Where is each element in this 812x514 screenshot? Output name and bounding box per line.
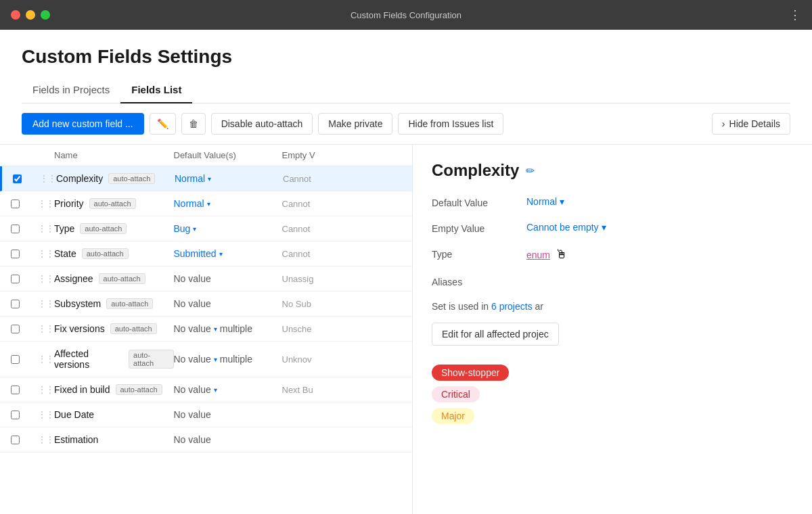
row-default-value: No value [174, 409, 282, 420]
projects-link[interactable]: 6 projects [491, 301, 533, 312]
window-controls [11, 10, 50, 20]
table-row[interactable]: ⋮⋮ Estimation No value [0, 427, 412, 452]
col-default: Default Value(s) [174, 150, 282, 160]
chevron-down-icon: ▾ [207, 200, 210, 208]
tag-major: Major [432, 408, 474, 424]
row-default-value[interactable]: No value ▾ multiple [174, 323, 282, 334]
row-default-value: No value [174, 273, 282, 284]
row-name: Complexity auto-attach [56, 173, 175, 184]
aliases-row: Aliases [432, 275, 793, 287]
detail-panel: Complexity ✏ Default Value Normal ▾ Empt… [413, 145, 812, 514]
chevron-down-icon: ▾ [602, 222, 606, 233]
drag-handle[interactable]: ⋮⋮ [38, 199, 54, 208]
auto-attach-tag: auto-attach [110, 323, 157, 334]
chevron-right-icon: › [722, 118, 725, 129]
hide-details-button[interactable]: › Hide Details [712, 113, 790, 135]
col-drag [38, 150, 54, 160]
chevron-down-icon: ▾ [214, 356, 217, 363]
table-row[interactable]: ⋮⋮ Fixed in build auto-attach No value ▾… [0, 377, 412, 402]
auto-attach-tag: auto-attach [106, 298, 153, 309]
close-button[interactable] [11, 10, 20, 20]
maximize-button[interactable] [41, 10, 50, 20]
auto-attach-tag: auto-attach [89, 198, 136, 209]
detail-title-row: Complexity ✏ [432, 161, 793, 180]
row-empty-value: Cannot [282, 249, 402, 259]
row-default-value[interactable]: Normal ▾ [174, 198, 282, 209]
type-row: Type enum 🖱 [432, 248, 793, 262]
chevron-down-icon: ▾ [219, 250, 223, 258]
table-row[interactable]: ⋮⋮ Complexity auto-attach Normal ▾ Canno… [0, 166, 412, 191]
auto-attach-tag: auto-attach [116, 384, 162, 395]
edit-icon-button[interactable]: ✏️ [150, 113, 176, 135]
delete-icon-button[interactable]: 🗑 [181, 113, 206, 135]
page-header: Custom Fields Settings Fields in Project… [0, 30, 812, 103]
aliases-label: Aliases [432, 275, 526, 287]
drag-handle[interactable]: ⋮⋮ [40, 174, 56, 183]
drag-handle[interactable]: ⋮⋮ [38, 324, 54, 333]
drag-handle[interactable]: ⋮⋮ [38, 354, 54, 364]
edit-title-icon[interactable]: ✏ [526, 164, 535, 177]
table-row[interactable]: ⋮⋮ State auto-attach Submitted ▾ Cannot [0, 241, 412, 266]
chevron-down-icon: ▾ [208, 175, 211, 183]
table-row[interactable]: ⋮⋮ Fix versions auto-attach No value ▾ m… [0, 317, 412, 342]
hide-from-issues-button[interactable]: Hide from Issues list [398, 113, 503, 135]
menu-icon[interactable]: ⋮ [789, 7, 801, 22]
row-default-value[interactable]: No value ▾ [174, 384, 282, 395]
row-default-value[interactable]: Bug ▾ [174, 223, 282, 234]
auto-attach-tag: auto-attach [99, 273, 145, 284]
row-default-value[interactable]: No value ▾ multiple [174, 354, 282, 365]
make-private-button[interactable]: Make private [318, 113, 392, 135]
type-enum-link[interactable]: enum [526, 250, 550, 260]
table-header: Name Default Value(s) Empty V [0, 145, 412, 166]
edit-affected-projects-button[interactable]: Edit for all affected projec [432, 323, 559, 346]
detail-field-name: Complexity [432, 161, 519, 180]
col-empty: Empty V [282, 150, 402, 160]
row-default-value[interactable]: Normal ▾ [175, 173, 283, 184]
tag-critical: Critical [432, 386, 480, 402]
tab-fields-list[interactable]: Fields List [120, 78, 192, 103]
tag-list: Show-stopper Critical Major [432, 365, 793, 424]
drag-handle[interactable]: ⋮⋮ [38, 410, 54, 419]
row-empty-value: Cannot [282, 199, 402, 209]
table-row[interactable]: ⋮⋮ Type auto-attach Bug ▾ Cannot [0, 216, 412, 241]
chevron-down-icon: ▾ [560, 196, 564, 207]
row-default-value: No value [174, 434, 282, 445]
tabs: Fields in Projects Fields List [22, 78, 790, 103]
type-label: Type [432, 248, 526, 260]
empty-value-control[interactable]: Cannot be empty ▾ [526, 222, 606, 233]
drag-handle[interactable]: ⋮⋮ [38, 274, 54, 283]
table-row[interactable]: ⋮⋮ Due Date No value [0, 402, 412, 427]
col-checkbox [11, 150, 38, 160]
row-checkbox[interactable] [13, 174, 40, 183]
chevron-down-icon: ▾ [214, 386, 217, 394]
row-empty-value: Next Bu [282, 385, 402, 395]
table-row[interactable]: ⋮⋮ Assignee auto-attach No value Unassig [0, 266, 412, 291]
table-row[interactable]: ⋮⋮ Priority auto-attach Normal ▾ Cannot [0, 191, 412, 216]
content-area: Name Default Value(s) Empty V ⋮⋮ Complex… [0, 145, 812, 514]
row-empty-value: Unsche [282, 324, 402, 334]
disable-auto-attach-button[interactable]: Disable auto-attach [211, 113, 313, 135]
row-empty-value: Unassig [282, 274, 402, 284]
table-row[interactable]: ⋮⋮ Affected versions auto-attach No valu… [0, 342, 412, 377]
table-row[interactable]: ⋮⋮ Subsystem auto-attach No value No Sub [0, 291, 412, 317]
auto-attach-tag: auto-attach [82, 248, 129, 259]
row-empty-value: Cannot [283, 174, 401, 184]
drag-handle[interactable]: ⋮⋮ [38, 435, 54, 444]
toolbar: Add new custom field ... ✏️ 🗑 Disable au… [0, 103, 812, 145]
auto-attach-tag: auto-attach [129, 350, 173, 369]
row-default-value[interactable]: Submitted ▾ [174, 248, 282, 259]
tab-fields-in-projects[interactable]: Fields in Projects [22, 78, 120, 103]
tag-show-stopper: Show-stopper [432, 365, 509, 381]
drag-handle[interactable]: ⋮⋮ [38, 249, 54, 258]
drag-handle[interactable]: ⋮⋮ [38, 299, 54, 308]
default-value-control[interactable]: Normal ▾ [526, 196, 564, 207]
page-title: Custom Fields Settings [22, 46, 790, 68]
minimize-button[interactable] [26, 10, 35, 20]
drag-handle[interactable]: ⋮⋮ [38, 385, 54, 394]
drag-handle[interactable]: ⋮⋮ [38, 224, 54, 233]
row-default-value: No value [174, 298, 282, 309]
title-bar: Custom Fields Configuration ⋮ [0, 0, 812, 30]
empty-value-row: Empty Value Cannot be empty ▾ [432, 222, 793, 234]
window-title: Custom Fields Configuration [351, 10, 461, 20]
add-custom-field-button[interactable]: Add new custom field ... [22, 113, 144, 135]
